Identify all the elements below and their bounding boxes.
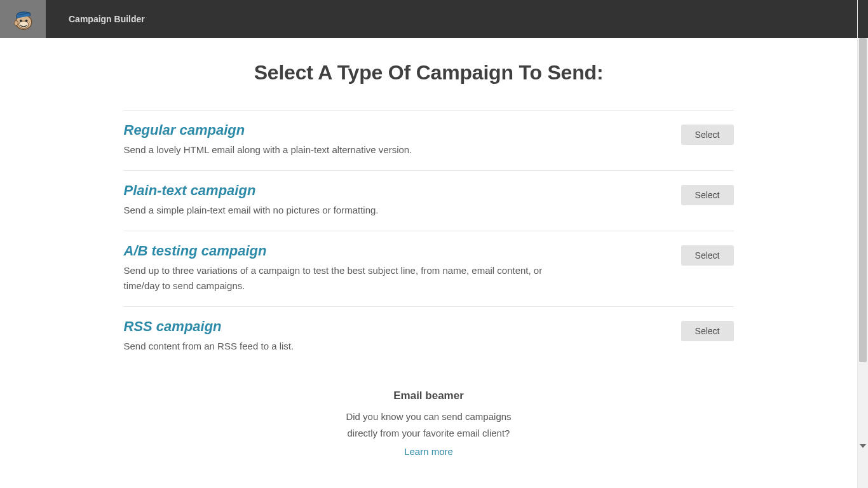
option-desc: Send a simple plain-text email with no p… (124, 203, 569, 218)
option-rss-campaign: RSS campaign Send content from an RSS fe… (124, 306, 734, 367)
option-desc: Send up to three variations of a campaig… (124, 263, 569, 294)
mailchimp-logo-icon (10, 6, 36, 32)
scroll-down-arrow-icon[interactable] (858, 440, 868, 451)
beamer-line2: directly from your favorite email client… (348, 428, 510, 438)
svg-point-2 (20, 20, 22, 22)
select-abtesting-button[interactable]: Select (681, 245, 734, 266)
select-plaintext-button[interactable]: Select (681, 185, 734, 205)
email-beamer-section: Email beamer Did you know you can send c… (124, 367, 734, 460)
option-title-rss[interactable]: RSS campaign (124, 318, 656, 335)
option-title-abtesting[interactable]: A/B testing campaign (124, 243, 656, 259)
svg-point-4 (14, 21, 18, 26)
svg-point-1 (19, 21, 29, 28)
scrollbar-header-gap (858, 0, 868, 38)
option-ab-testing-campaign: A/B testing campaign Send up to three va… (124, 231, 734, 306)
beamer-learn-more-link[interactable]: Learn more (404, 444, 453, 460)
beamer-title: Email beamer (124, 390, 734, 402)
beamer-line1: Did you know you can send campaigns (346, 411, 511, 422)
option-regular-campaign: Regular campaign Send a lovely HTML emai… (124, 110, 734, 170)
scroll-thumb[interactable] (859, 38, 867, 362)
logo-box[interactable] (0, 0, 46, 38)
vertical-scrollbar[interactable] (857, 0, 868, 488)
option-desc: Send content from an RSS feed to a list. (124, 339, 569, 354)
breadcrumb[interactable]: Campaign Builder (69, 14, 145, 24)
svg-point-3 (25, 20, 28, 22)
page-body: Select A Type Of Campaign To Send: Regul… (0, 38, 857, 488)
select-rss-button[interactable]: Select (681, 321, 734, 341)
option-title-regular[interactable]: Regular campaign (124, 122, 656, 139)
top-header: Campaign Builder (0, 0, 857, 38)
option-desc: Send a lovely HTML email along with a pl… (124, 142, 569, 158)
option-plaintext-campaign: Plain-text campaign Send a simple plain-… (124, 170, 734, 231)
page-title: Select A Type Of Campaign To Send: (124, 61, 734, 85)
select-regular-button[interactable]: Select (681, 125, 734, 145)
option-title-plaintext[interactable]: Plain-text campaign (124, 182, 656, 199)
